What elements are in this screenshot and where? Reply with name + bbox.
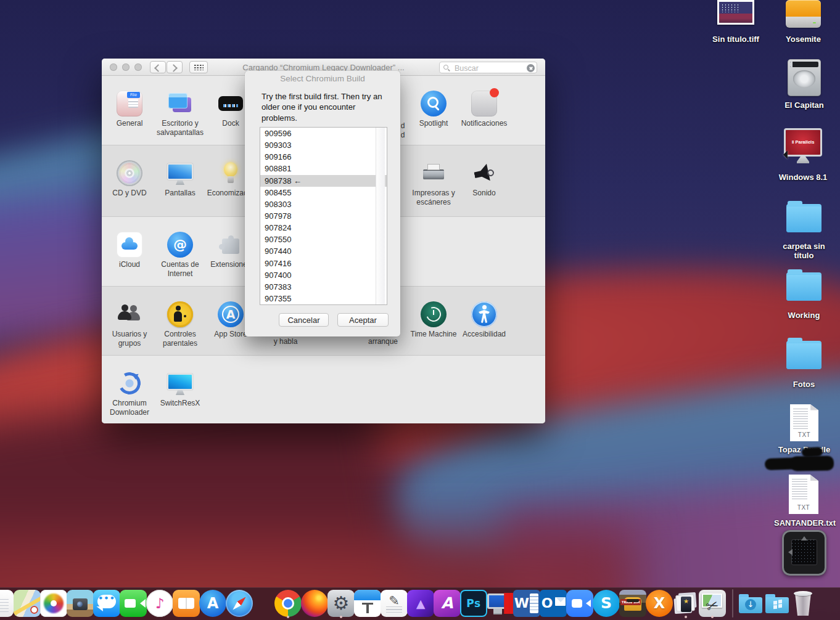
dock-item-facetime[interactable]: [120, 590, 147, 617]
pref-item-impresoras-y-esc-neres[interactable]: Impresoras y escáneres: [408, 145, 459, 216]
desktop-icon-fotos-folder[interactable]: [786, 341, 821, 369]
pref-item-chromium-downloader[interactable]: Chromium Downloader: [104, 356, 155, 423]
dock-item-word[interactable]: W: [513, 590, 540, 617]
build-list-item[interactable]: 907416: [260, 258, 387, 269]
pref-item-controles-parentales[interactable]: Controles parentales: [154, 287, 206, 355]
dock-item-train-simulator[interactable]: TRAIN SIM: [619, 590, 646, 617]
affinity-photo-glyph: ▲: [407, 590, 434, 617]
dock-item-downloads-folder[interactable]: ↓: [737, 590, 764, 617]
dock-item-keynote[interactable]: [354, 590, 381, 617]
pref-item-cd-y-dvd[interactable]: CD y DVD: [104, 145, 155, 216]
show-all-button[interactable]: [189, 61, 208, 73]
dock-item-onyx[interactable]: X: [646, 590, 673, 617]
pref-item-pantallas[interactable]: Pantallas: [154, 145, 206, 216]
build-list-item[interactable]: 908303: [260, 198, 387, 210]
build-list-item[interactable]: 909596: [260, 128, 387, 139]
build-list-item[interactable]: 907355: [260, 293, 387, 304]
dock-item-system-preferences[interactable]: ⚙: [327, 590, 355, 617]
folder-icon: [786, 204, 821, 232]
close-button[interactable]: [110, 63, 117, 71]
dock-item-photo-booth[interactable]: [67, 590, 94, 617]
accept-button[interactable]: Aceptar: [337, 313, 389, 327]
dock-item-zoom[interactable]: [566, 590, 593, 617]
dock-item-windows-folder[interactable]: [764, 590, 791, 617]
build-list-item[interactable]: 909303: [260, 139, 387, 151]
desktop-icon-el-capitan-drive[interactable]: [788, 59, 821, 96]
dock-item-pages[interactable]: ✎: [381, 590, 408, 617]
pref-item-sonido[interactable]: Sonido: [458, 145, 510, 216]
build-list-scrollbar[interactable]: [376, 128, 385, 304]
pref-item-notificaciones[interactable]: Notificaciones: [458, 76, 510, 145]
folder-icon: [786, 341, 821, 369]
obscured-label-fragment: arranque: [366, 337, 400, 346]
minimize-button[interactable]: [122, 63, 130, 71]
drive-hdd-icon: [788, 59, 821, 96]
pref-item-usuarios-y-grupos[interactable]: Usuarios y grupos: [104, 287, 155, 355]
build-list-item[interactable]: 908881: [260, 163, 387, 174]
build-list-item[interactable]: 907978: [260, 210, 387, 222]
dock-item-photos[interactable]: [40, 590, 67, 617]
dock-item-screenshot-tool[interactable]: ✂: [699, 590, 726, 617]
cancel-button[interactable]: Cancelar: [279, 313, 329, 327]
desktop-icon-windows-81-alias[interactable]: ‖ Parallels: [784, 128, 822, 165]
time-machine-icon: [421, 301, 447, 327]
dock-item-archicad[interactable]: A: [434, 590, 461, 617]
desktop-icon-keypad-device[interactable]: [782, 530, 826, 576]
build-list-item[interactable]: 907824: [260, 222, 387, 234]
build-list-item-selected[interactable]: 908738 ←: [260, 175, 387, 187]
desktop-icon-santander-file[interactable]: TXT: [789, 475, 818, 514]
dock-item-parallels-desktop[interactable]: ‖: [487, 590, 514, 617]
train-simulator-icon: TRAIN SIM: [619, 590, 646, 617]
zoom-button[interactable]: [134, 63, 142, 71]
desktop-icon-working-folder[interactable]: [786, 272, 821, 301]
windows-folder-glyph: [773, 601, 777, 605]
dock-item-photoshop[interactable]: Ps: [460, 590, 487, 617]
clear-search-icon[interactable]: [527, 64, 535, 72]
desktop-icon-topaz-file[interactable]: TXT: [790, 404, 818, 441]
chevron-right-icon: [170, 64, 178, 72]
dock-item-photo-cards[interactable]: ★: [672, 590, 699, 617]
skype-icon: S: [593, 590, 620, 617]
pref-item-cuentas-de-internet[interactable]: @Cuentas de Internet: [154, 217, 206, 286]
build-list-item[interactable]: 909166: [260, 151, 387, 163]
build-list-item[interactable]: 908455: [260, 187, 387, 198]
dock-item-app-store[interactable]: A: [199, 590, 226, 617]
pref-item-time-machine[interactable]: Time Machine: [408, 287, 459, 355]
pref-item-icloud[interactable]: iCloud: [104, 217, 155, 286]
desktop-icon-yosemite-drive[interactable]: [786, 0, 821, 28]
search-input[interactable]: [453, 63, 524, 73]
search-field[interactable]: [439, 62, 537, 73]
pref-item-general[interactable]: FileGeneral: [104, 76, 155, 145]
dock-item-messages[interactable]: •••: [93, 590, 120, 617]
desktop-icon-label-fotos-folder: Fotos: [775, 380, 834, 389]
desktop-icon-carpeta-sin-titulo[interactable]: [786, 204, 821, 232]
general-glyph: File: [127, 92, 140, 98]
pref-item-spotlight[interactable]: Spotlight: [408, 76, 459, 145]
photo-cards-glyph: ★: [681, 588, 691, 615]
pref-item-switchresx[interactable]: SwitchResX: [154, 356, 206, 423]
desktop-icon-sin-titulo-tiff[interactable]: [717, 0, 754, 25]
photoshop-icon: Ps: [460, 590, 487, 617]
build-list-item[interactable]: 907440: [260, 245, 387, 257]
dock-item-textedit[interactable]: [0, 590, 14, 617]
itunes-icon: ♪: [146, 590, 173, 617]
dock-item-affinity-photo[interactable]: ▲: [407, 590, 434, 617]
dock-item-firefox[interactable]: [301, 590, 328, 617]
build-list-item[interactable]: 907383: [260, 281, 387, 293]
dock-item-maps[interactable]: [14, 590, 41, 617]
dock-item-safari[interactable]: [226, 590, 253, 617]
dock-item-itunes[interactable]: ♪: [146, 590, 173, 617]
dock-item-trash[interactable]: [789, 590, 817, 617]
build-list-item[interactable]: 907400: [260, 269, 387, 281]
back-button[interactable]: [150, 61, 166, 73]
spotlight-icon: [421, 91, 447, 116]
dock-item-ibooks[interactable]: [173, 590, 200, 617]
forward-button[interactable]: [167, 61, 183, 73]
build-list-item[interactable]: 907550: [260, 234, 387, 245]
dock-item-chrome[interactable]: [274, 590, 302, 617]
dock-item-skype[interactable]: S: [593, 590, 620, 617]
pref-item-accesibilidad[interactable]: Accesibilidad: [458, 287, 510, 355]
internet-accounts-icon: @: [167, 232, 193, 258]
pref-item-escritorio-y-salvapantallas[interactable]: Escritorio y salvapantallas: [154, 76, 206, 145]
dock-item-outlook[interactable]: O: [540, 590, 567, 617]
